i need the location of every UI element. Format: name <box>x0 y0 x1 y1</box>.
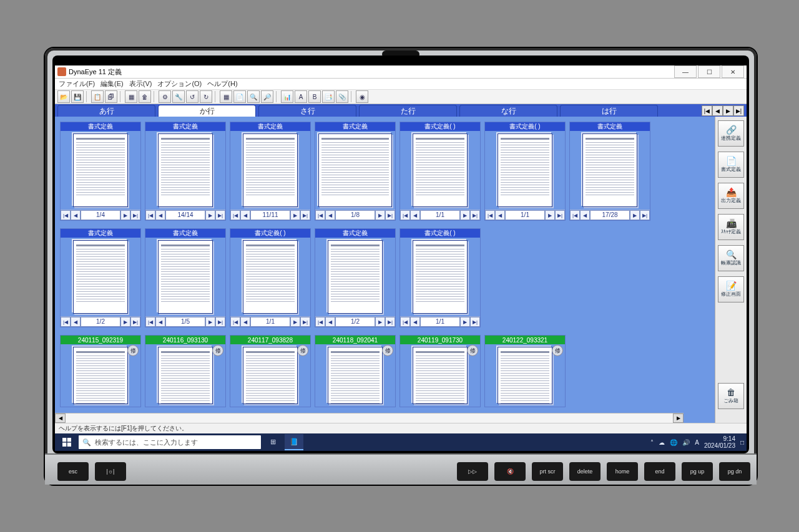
pager-next-icon[interactable]: ▶ <box>205 210 215 220</box>
pager-prev-icon[interactable]: ◀ <box>240 210 250 220</box>
scroll-right-icon[interactable]: ▶ <box>673 414 684 423</box>
pager-prev-icon[interactable]: ◀ <box>410 210 420 220</box>
tab-sa-row[interactable]: さ行 <box>258 105 356 117</box>
toolbar-zoomout-icon[interactable]: 🔎 <box>261 90 273 103</box>
definition-card[interactable]: 書式定義|◀◀17/28▶▶| <box>569 122 650 221</box>
card-thumbnail[interactable] <box>413 240 468 314</box>
side-link-def-button[interactable]: 🔗連携定義 <box>718 120 744 147</box>
card-thumbnail[interactable] <box>328 240 383 314</box>
window-titlebar[interactable]: DynaEye 11 定義 — ☐ ✕ <box>55 65 747 79</box>
definition-card[interactable]: 書式定義|◀◀14/14▶▶| <box>145 122 226 221</box>
pager-last-icon[interactable]: ▶| <box>300 210 310 220</box>
pager-next-icon[interactable]: ▶ <box>120 210 130 220</box>
card-thumbnail[interactable] <box>498 347 552 404</box>
definition-card[interactable]: 書式定義( )|◀◀1/1▶▶| <box>400 122 481 221</box>
toolbar-mode-b-icon[interactable]: B <box>308 90 321 103</box>
toolbar-open-icon[interactable]: 📂 <box>57 90 70 103</box>
side-scanner-def-button[interactable]: 📠ｽｷｬﾅ定義 <box>718 214 744 240</box>
work-area[interactable]: 書式定義|◀◀1/4▶▶|書式定義|◀◀14/14▶▶|書式定義|◀◀11/11… <box>55 117 715 423</box>
toolbar-grid-icon[interactable]: ▦ <box>125 90 137 103</box>
tray-notifications-icon[interactable]: □ <box>740 439 744 446</box>
pager-next-icon[interactable]: ▶ <box>375 210 385 220</box>
horizontal-scrollbar[interactable]: ◀ ▶ <box>55 413 684 423</box>
minimize-button[interactable]: — <box>674 65 697 78</box>
pager-next-icon[interactable]: ▶ <box>205 317 215 327</box>
card-thumbnail[interactable] <box>498 133 552 207</box>
toolbar-gear-icon[interactable]: ⚙ <box>159 90 171 103</box>
pager-last-icon[interactable]: ▶| <box>470 210 480 220</box>
toolbar-undo-icon[interactable]: ↺ <box>186 90 199 103</box>
close-button[interactable]: ✕ <box>722 65 744 78</box>
definition-card[interactable]: 書式定義|◀◀1/2▶▶| <box>315 228 396 327</box>
pager-last-icon[interactable]: ▶| <box>385 317 395 327</box>
side-correction-button[interactable]: 📝修正画面 <box>718 276 744 302</box>
side-output-def-button[interactable]: 📤出力定義 <box>718 183 744 209</box>
task-view-button[interactable]: ⊞ <box>263 434 282 450</box>
card-thumbnail[interactable] <box>318 133 392 207</box>
menu-help[interactable]: ヘルプ(H) <box>207 79 237 89</box>
toolbar-redo-icon[interactable]: ↻ <box>200 90 212 103</box>
card-thumbnail[interactable] <box>413 347 468 404</box>
tab-ta-row[interactable]: た行 <box>359 105 457 117</box>
card-thumbnail[interactable] <box>73 347 128 404</box>
menu-view[interactable]: 表示(V) <box>129 79 152 89</box>
pager-first-icon[interactable]: |◀ <box>315 317 325 327</box>
tab-prev-icon[interactable]: ◀ <box>712 105 723 116</box>
maximize-button[interactable]: ☐ <box>698 65 720 78</box>
pager-first-icon[interactable]: |◀ <box>230 317 240 327</box>
pager-last-icon[interactable]: ▶| <box>215 317 225 327</box>
pager-prev-icon[interactable]: ◀ <box>155 210 165 220</box>
taskbar-clock[interactable]: 9:14 2024/01/23 <box>704 435 735 449</box>
pager-next-icon[interactable]: ▶ <box>290 210 300 220</box>
card-thumbnail[interactable] <box>73 240 128 314</box>
pager-first-icon[interactable]: |◀ <box>61 317 71 327</box>
card-thumbnail[interactable] <box>243 240 298 314</box>
definition-card[interactable]: 書式定義|◀◀1/2▶▶| <box>60 228 141 327</box>
pager-prev-icon[interactable]: ◀ <box>71 210 81 220</box>
tab-first-icon[interactable]: |◀ <box>702 105 712 116</box>
pager-next-icon[interactable]: ▶ <box>375 317 385 327</box>
pager-prev-icon[interactable]: ◀ <box>325 210 335 220</box>
toolbar-zoomin-icon[interactable]: 🔍 <box>247 90 260 103</box>
pager-prev-icon[interactable]: ◀ <box>495 210 505 220</box>
side-form-recog-button[interactable]: 🔍帳票認識 <box>718 245 744 271</box>
pager-first-icon[interactable]: |◀ <box>570 210 580 220</box>
pager-prev-icon[interactable]: ◀ <box>71 317 81 327</box>
pager-first-icon[interactable]: |◀ <box>485 210 495 220</box>
side-trash-button[interactable]: 🗑ごみ箱 <box>718 383 744 409</box>
card-thumbnail[interactable] <box>413 133 468 207</box>
tab-ha-row[interactable]: は行 <box>560 105 658 117</box>
tray-up-icon[interactable]: ˄ <box>650 439 654 446</box>
taskbar-app-dynaeye[interactable]: 📘 <box>285 434 303 450</box>
toolbar-mode-a-icon[interactable]: A <box>295 90 307 103</box>
pager-first-icon[interactable]: |◀ <box>315 210 325 220</box>
definition-card[interactable]: 書式定義( )|◀◀1/1▶▶| <box>230 228 311 327</box>
definition-card[interactable]: 書式定義|◀◀1/5▶▶| <box>145 228 226 327</box>
tray-volume-icon[interactable]: 🔊 <box>682 439 690 446</box>
pager-next-icon[interactable]: ▶ <box>290 317 300 327</box>
toolbar-forms-icon[interactable]: 📑 <box>322 90 335 103</box>
pager-last-icon[interactable]: ▶| <box>385 210 395 220</box>
tab-na-row[interactable]: な行 <box>459 105 557 117</box>
pager-prev-icon[interactable]: ◀ <box>155 317 165 327</box>
card-thumbnail[interactable] <box>582 133 637 207</box>
pager-first-icon[interactable]: |◀ <box>145 317 155 327</box>
tab-next-icon[interactable]: ▶ <box>723 105 733 116</box>
card-thumbnail[interactable] <box>158 347 213 404</box>
pager-last-icon[interactable]: ▶| <box>300 317 310 327</box>
pager-prev-icon[interactable]: ◀ <box>325 317 335 327</box>
pager-next-icon[interactable]: ▶ <box>460 317 470 327</box>
toolbar-copy-icon[interactable]: 📋 <box>91 90 104 103</box>
pager-first-icon[interactable]: |◀ <box>400 317 410 327</box>
pager-first-icon[interactable]: |◀ <box>230 210 240 220</box>
pager-last-icon[interactable]: ▶| <box>555 210 565 220</box>
pager-last-icon[interactable]: ▶| <box>640 210 650 220</box>
toolbar-save-icon[interactable]: 💾 <box>71 90 84 103</box>
definition-card[interactable]: 書式定義( )|◀◀1/1▶▶| <box>484 122 566 221</box>
toolbar-chart-icon[interactable]: 📊 <box>281 90 293 103</box>
pager-prev-icon[interactable]: ◀ <box>580 210 590 220</box>
scroll-track[interactable] <box>66 414 673 423</box>
toolbar-delete-icon[interactable]: 🗑 <box>139 90 151 103</box>
card-thumbnail[interactable] <box>243 133 298 207</box>
card-thumbnail[interactable] <box>158 133 213 207</box>
